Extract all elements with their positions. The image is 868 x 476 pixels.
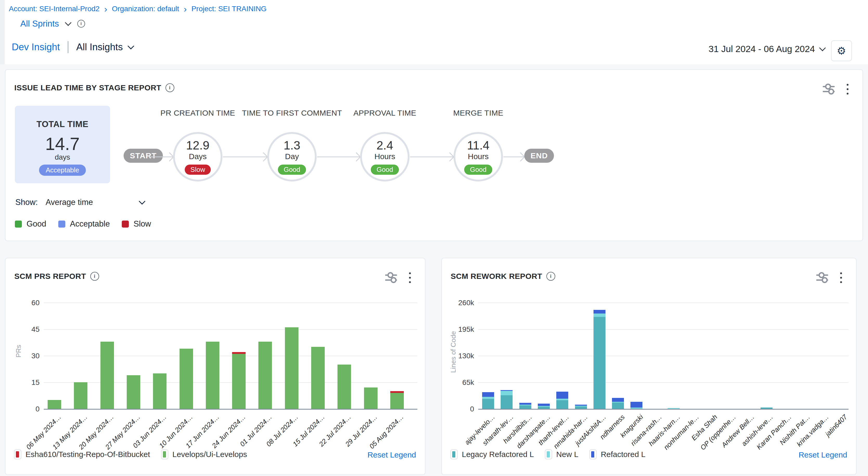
legend-label: Refactored L (601, 450, 646, 459)
chevron-down-icon[interactable] (65, 19, 71, 26)
bar-segment[interactable] (556, 400, 568, 409)
gridline (44, 329, 417, 330)
bar-segment[interactable] (180, 349, 193, 409)
bar-segment[interactable] (100, 341, 114, 409)
legend-swatch (161, 449, 168, 459)
bar-segment[interactable] (593, 310, 606, 314)
stage-value: 11.4 (467, 139, 489, 152)
insights-dropdown[interactable]: All Insights (76, 42, 133, 53)
stage-node-first-comment[interactable]: 1.3 Day Good (267, 132, 317, 181)
show-dropdown[interactable]: Show: Average time (16, 198, 145, 207)
kebab-menu-icon[interactable] (846, 83, 849, 95)
bar-segment[interactable] (482, 399, 494, 409)
chevron-down-icon (127, 43, 134, 49)
gridline (44, 303, 417, 303)
info-icon[interactable]: i (77, 20, 85, 28)
bar-segment[interactable] (575, 407, 587, 409)
sprint-selector[interactable]: All Sprints i (20, 19, 85, 29)
panel-title-text: ISSUE LEAD TIME BY STAGE REPORT (14, 83, 161, 92)
bar-segment[interactable] (630, 402, 643, 408)
breadcrumb-project[interactable]: Project: SEI TRAINING (191, 5, 267, 13)
y-axis-tick-label: 0 (445, 405, 474, 413)
bar-segment[interactable] (153, 374, 166, 409)
stage-node-pr-creation[interactable]: 12.9 Days Slow (173, 132, 222, 181)
stage-node-approval[interactable]: 2.4 Hours Good (360, 132, 409, 181)
reset-legend-link[interactable]: Reset Legend (799, 450, 847, 459)
bar-segment[interactable] (338, 364, 351, 409)
stage-status-badge: Good (371, 165, 399, 175)
reset-legend-link[interactable]: Reset Legend (367, 450, 416, 459)
bar-segment[interactable] (538, 404, 550, 406)
bar-segment[interactable] (364, 387, 377, 409)
legend-item-legacy-refactored[interactable]: Legacy Refactored L (451, 449, 534, 459)
stage-value: 12.9 (186, 139, 210, 152)
legend-item-acceptable[interactable]: Acceptable (58, 219, 110, 229)
stage-status-badge: Slow (185, 165, 211, 175)
flow-arrow (149, 156, 173, 157)
bar-segment[interactable] (482, 397, 494, 399)
bar-segment[interactable] (48, 400, 61, 409)
stage-node-merge[interactable]: 11.4 Hours Good (454, 132, 503, 181)
legend-label: Esha610/Testing-Repo-Of-Bitbucket (26, 450, 150, 459)
breadcrumb-account[interactable]: Account: SEI-Internal-Prod2 (9, 5, 100, 13)
legend-label: Acceptable (70, 219, 110, 229)
stage-status-badge: Good (464, 165, 492, 175)
bar-segment[interactable] (575, 406, 587, 407)
legend-item-repo-bitbucket[interactable]: Esha610/Testing-Repo-Of-Bitbucket (14, 449, 150, 459)
prs-chart-legend: Esha610/Testing-Repo-Of-Bitbucket Levelo… (14, 449, 247, 459)
breadcrumb-separator: › (184, 5, 187, 12)
stage-label: PR CREATION TIME (143, 107, 252, 119)
bar-segment[interactable] (612, 403, 624, 409)
show-label: Show: (16, 198, 38, 207)
bar-segment[interactable] (232, 352, 246, 354)
bar-segment[interactable] (630, 408, 643, 409)
chevron-down-icon (139, 198, 146, 204)
bar-segment[interactable] (501, 395, 513, 409)
bar-segment[interactable] (612, 398, 624, 402)
panel-title: ISSUE LEAD TIME BY STAGE REPORT i (14, 83, 174, 92)
bar-segment[interactable] (593, 314, 606, 317)
bar-segment[interactable] (575, 405, 587, 406)
flow-arrow (410, 156, 454, 157)
bar-segment[interactable] (761, 408, 773, 409)
bar-segment[interactable] (258, 341, 272, 409)
bar-segment[interactable] (612, 402, 624, 403)
bar-segment[interactable] (519, 406, 531, 409)
bar-segment[interactable] (285, 327, 299, 409)
date-range-picker[interactable]: 31 Jul 2024 - 06 Aug 2024 (709, 44, 825, 54)
legend-item-refactored[interactable]: Refactored L (589, 449, 646, 459)
bar-segment[interactable] (501, 391, 513, 395)
legend-item-new[interactable]: New L (545, 449, 579, 459)
stage-unit: Days (189, 152, 207, 161)
bar-segment[interactable] (538, 407, 550, 409)
legend-item-good[interactable]: Good (15, 219, 46, 229)
bar-segment[interactable] (556, 399, 568, 400)
bar-segment[interactable] (519, 403, 531, 405)
bar-segment[interactable] (311, 347, 325, 409)
bar-segment[interactable] (390, 391, 404, 393)
info-icon[interactable]: i (165, 83, 174, 92)
sliders-icon[interactable] (823, 85, 835, 94)
bar-segment[interactable] (127, 375, 140, 409)
legend-item-slow[interactable]: Slow (122, 219, 151, 229)
insight-name-link[interactable]: Dev Insight (12, 42, 60, 53)
sprint-selector-label: All Sprints (20, 19, 59, 29)
gridline (478, 382, 848, 383)
bar-segment[interactable] (538, 406, 550, 407)
flow-start-pill: START (124, 149, 163, 163)
bar-segment[interactable] (668, 408, 680, 409)
bar-segment[interactable] (593, 317, 606, 409)
bar-segment[interactable] (390, 393, 404, 409)
bar-segment[interactable] (74, 382, 87, 409)
total-time-label: TOTAL TIME (15, 119, 110, 129)
breadcrumb-organization[interactable]: Organization: default (112, 5, 179, 13)
legend-item-ui-levelops[interactable]: Levelops/Ui-Levelops (161, 449, 247, 459)
bar-segment[interactable] (232, 354, 246, 409)
bar-segment[interactable] (556, 392, 568, 399)
bar-segment[interactable] (482, 392, 494, 397)
insight-settings-button[interactable]: ⚙︎ (831, 40, 852, 61)
bar-segment[interactable] (519, 405, 531, 406)
bar-segment[interactable] (501, 390, 513, 391)
rework-bar-chart: 065k130k195k260kajay-levelo…sharath-lev…… (442, 258, 856, 474)
bar-segment[interactable] (206, 341, 219, 409)
